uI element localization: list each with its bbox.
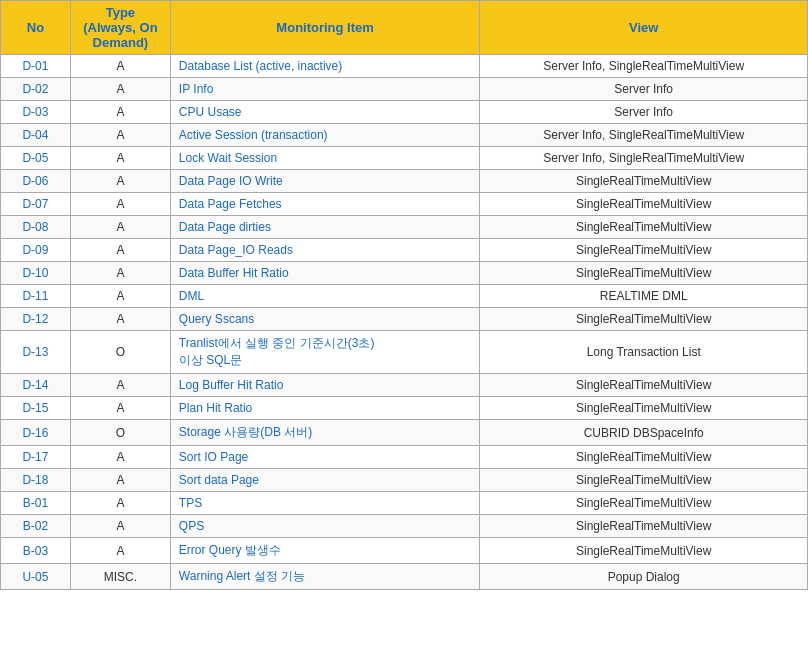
cell-no: D-12	[1, 308, 71, 331]
table-row: D-03ACPU UsaseServer Info	[1, 101, 808, 124]
table-row: D-15APlan Hit RatioSingleRealTimeMultiVi…	[1, 397, 808, 420]
cell-no: B-02	[1, 515, 71, 538]
cell-monitoring-item: Log Buffer Hit Ratio	[170, 374, 480, 397]
cell-monitoring-item: Database List (active, inactive)	[170, 55, 480, 78]
cell-view: Popup Dialog	[480, 564, 808, 590]
cell-type: A	[70, 492, 170, 515]
cell-type: A	[70, 374, 170, 397]
cell-no: D-06	[1, 170, 71, 193]
cell-type: A	[70, 193, 170, 216]
table-row: B-03AError Query 발생수SingleRealTimeMultiV…	[1, 538, 808, 564]
cell-type: A	[70, 446, 170, 469]
cell-type: A	[70, 239, 170, 262]
cell-type: O	[70, 420, 170, 446]
cell-view: SingleRealTimeMultiView	[480, 262, 808, 285]
header-type: Type(Always, OnDemand)	[70, 1, 170, 55]
cell-no: B-03	[1, 538, 71, 564]
cell-monitoring-item: Data Page IO Write	[170, 170, 480, 193]
cell-monitoring-item: TPS	[170, 492, 480, 515]
cell-no: D-14	[1, 374, 71, 397]
table-row: D-01ADatabase List (active, inactive)Ser…	[1, 55, 808, 78]
table-row: D-16OStorage 사용량(DB 서버)CUBRID DBSpaceInf…	[1, 420, 808, 446]
cell-view: Server Info, SingleRealTimeMultiView	[480, 147, 808, 170]
table-row: D-10AData Buffer Hit RatioSingleRealTime…	[1, 262, 808, 285]
cell-monitoring-item: Query Sscans	[170, 308, 480, 331]
cell-view: Server Info, SingleRealTimeMultiView	[480, 124, 808, 147]
cell-type: A	[70, 262, 170, 285]
cell-view: SingleRealTimeMultiView	[480, 469, 808, 492]
cell-no: D-16	[1, 420, 71, 446]
cell-monitoring-item: Error Query 발생수	[170, 538, 480, 564]
cell-no: D-05	[1, 147, 71, 170]
cell-monitoring-item: Warning Alert 설정 기능	[170, 564, 480, 590]
cell-no: D-02	[1, 78, 71, 101]
table-row: U-05MISC.Warning Alert 설정 기능Popup Dialog	[1, 564, 808, 590]
cell-type: A	[70, 469, 170, 492]
table-row: D-18ASort data PageSingleRealTimeMultiVi…	[1, 469, 808, 492]
table-row: D-17ASort IO PageSingleRealTimeMultiView	[1, 446, 808, 469]
cell-monitoring-item: Active Session (transaction)	[170, 124, 480, 147]
cell-monitoring-item: Data Page dirties	[170, 216, 480, 239]
table-row: D-05ALock Wait SessionServer Info, Singl…	[1, 147, 808, 170]
cell-view: Server Info	[480, 78, 808, 101]
cell-view: SingleRealTimeMultiView	[480, 538, 808, 564]
cell-type: A	[70, 124, 170, 147]
monitoring-table: No Type(Always, OnDemand) Monitoring Ite…	[0, 0, 808, 590]
cell-view: Server Info, SingleRealTimeMultiView	[480, 55, 808, 78]
cell-no: D-08	[1, 216, 71, 239]
cell-view: SingleRealTimeMultiView	[480, 515, 808, 538]
cell-type: A	[70, 147, 170, 170]
cell-view: SingleRealTimeMultiView	[480, 239, 808, 262]
cell-view: REALTIME DML	[480, 285, 808, 308]
cell-view: Server Info	[480, 101, 808, 124]
table-row: D-09AData Page_IO ReadsSingleRealTimeMul…	[1, 239, 808, 262]
cell-no: U-05	[1, 564, 71, 590]
cell-no: D-11	[1, 285, 71, 308]
cell-monitoring-item: Storage 사용량(DB 서버)	[170, 420, 480, 446]
cell-monitoring-item: Sort IO Page	[170, 446, 480, 469]
cell-type: A	[70, 55, 170, 78]
table-row: D-11ADMLREALTIME DML	[1, 285, 808, 308]
cell-type: A	[70, 308, 170, 331]
table-row: D-02AIP InfoServer Info	[1, 78, 808, 101]
table-row: D-08AData Page dirtiesSingleRealTimeMult…	[1, 216, 808, 239]
cell-type: O	[70, 331, 170, 374]
cell-type: A	[70, 538, 170, 564]
cell-no: D-01	[1, 55, 71, 78]
cell-no: D-09	[1, 239, 71, 262]
table-row: D-12AQuery SscansSingleRealTimeMultiView	[1, 308, 808, 331]
cell-view: SingleRealTimeMultiView	[480, 193, 808, 216]
header-no: No	[1, 1, 71, 55]
cell-type: MISC.	[70, 564, 170, 590]
table-row: D-04AActive Session (transaction)Server …	[1, 124, 808, 147]
cell-no: D-03	[1, 101, 71, 124]
cell-type: A	[70, 285, 170, 308]
table-row: B-01ATPSSingleRealTimeMultiView	[1, 492, 808, 515]
table-row: B-02AQPSSingleRealTimeMultiView	[1, 515, 808, 538]
cell-no: D-15	[1, 397, 71, 420]
cell-view: Long Transaction List	[480, 331, 808, 374]
cell-no: D-17	[1, 446, 71, 469]
cell-monitoring-item: DML	[170, 285, 480, 308]
cell-view: SingleRealTimeMultiView	[480, 308, 808, 331]
cell-no: D-18	[1, 469, 71, 492]
cell-type: A	[70, 397, 170, 420]
cell-monitoring-item: Data Page Fetches	[170, 193, 480, 216]
cell-no: D-04	[1, 124, 71, 147]
cell-type: A	[70, 78, 170, 101]
cell-type: A	[70, 216, 170, 239]
cell-view: SingleRealTimeMultiView	[480, 216, 808, 239]
cell-no: D-10	[1, 262, 71, 285]
table-row: D-07AData Page FetchesSingleRealTimeMult…	[1, 193, 808, 216]
cell-monitoring-item: CPU Usase	[170, 101, 480, 124]
cell-no: D-07	[1, 193, 71, 216]
header-monitoring-item: Monitoring Item	[170, 1, 480, 55]
cell-monitoring-item: QPS	[170, 515, 480, 538]
cell-monitoring-item: Sort data Page	[170, 469, 480, 492]
cell-view: SingleRealTimeMultiView	[480, 374, 808, 397]
cell-monitoring-item: Tranlist에서 실행 중인 기준시간(3초)이상 SQL문	[170, 331, 480, 374]
cell-monitoring-item: IP Info	[170, 78, 480, 101]
cell-type: A	[70, 170, 170, 193]
cell-monitoring-item: Data Buffer Hit Ratio	[170, 262, 480, 285]
table-row: D-14ALog Buffer Hit RatioSingleRealTimeM…	[1, 374, 808, 397]
